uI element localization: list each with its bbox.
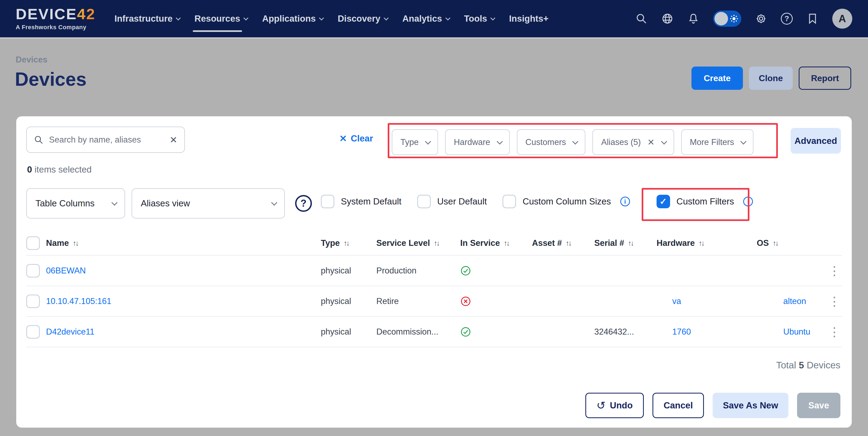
- row-checkbox[interactable]: [26, 295, 40, 308]
- device42-logo[interactable]: DEVICE42 A Freshworks Company: [16, 6, 96, 31]
- nav-item-infrastructure[interactable]: Infrastructure: [115, 13, 180, 24]
- create-button[interactable]: Create: [691, 67, 743, 90]
- theme-toggle[interactable]: [713, 10, 741, 27]
- sort-icon[interactable]: ↑↓: [773, 239, 778, 247]
- search-input[interactable]: [49, 135, 164, 145]
- nav-item-resources[interactable]: Resources: [194, 13, 247, 24]
- save-button[interactable]: Save: [797, 393, 840, 418]
- table-row: 10.10.47.105:161 physical Retire va alte…: [26, 286, 842, 317]
- chevron-down-icon: [112, 200, 118, 206]
- sort-icon[interactable]: ↑↓: [434, 239, 439, 247]
- report-button[interactable]: Report: [799, 67, 851, 90]
- info-icon[interactable]: i: [743, 197, 753, 206]
- active-tab-underline: [193, 30, 242, 32]
- filter-type[interactable]: Type: [392, 129, 438, 155]
- table-header-row: Name↑↓ Type↑↓ Service Level↑↓ In Service…: [26, 231, 842, 256]
- device-name-link[interactable]: 10.10.47.105:161: [46, 296, 111, 306]
- sort-icon[interactable]: ↑↓: [72, 239, 78, 247]
- user-avatar[interactable]: A: [832, 9, 852, 29]
- search-clear-icon[interactable]: ✕: [170, 134, 178, 145]
- nav-item-insights[interactable]: Insights+: [509, 13, 549, 24]
- checkbox-custom-filters[interactable]: ✓ Custom Filters i: [656, 195, 753, 208]
- nav-item-analytics[interactable]: Analytics: [402, 13, 449, 24]
- settings-gear-icon[interactable]: [755, 12, 767, 25]
- view-help-icon[interactable]: ?: [295, 195, 312, 212]
- sort-icon[interactable]: ↑↓: [565, 239, 571, 247]
- filter-customers[interactable]: Customers: [517, 129, 586, 155]
- checkbox-system-default[interactable]: System Default: [321, 195, 402, 208]
- os-link[interactable]: alteon: [783, 296, 806, 306]
- chevron-down-icon: [490, 15, 495, 20]
- save-as-new-button[interactable]: Save As New: [713, 393, 788, 418]
- chevron-down-icon: [243, 15, 248, 20]
- toggle-knob: [714, 12, 728, 26]
- navbar-actions: ? A: [635, 9, 852, 29]
- filter-more-filters[interactable]: More Filters: [681, 129, 754, 155]
- undo-button[interactable]: ↺Undo: [585, 393, 644, 418]
- row-actions-menu-icon[interactable]: ⋮: [828, 326, 841, 338]
- sort-icon[interactable]: ↑↓: [628, 239, 633, 247]
- filter-chips: Type Hardware Customers Aliases (5)✕ Mor…: [392, 129, 753, 155]
- chevron-down-icon: [661, 138, 667, 144]
- checkbox-unchecked[interactable]: [321, 195, 334, 208]
- search-icon: [34, 135, 43, 145]
- remove-filter-icon[interactable]: ✕: [647, 137, 655, 147]
- logo-device-text: DEVICE: [16, 5, 77, 23]
- sort-icon[interactable]: ↑↓: [344, 239, 349, 247]
- checkbox-custom-column-sizes[interactable]: Custom Column Sizes i: [502, 195, 630, 208]
- clear-filters-link[interactable]: ✕ Clear: [339, 133, 373, 144]
- breadcrumb[interactable]: Devices: [16, 55, 48, 65]
- in-service-yes-icon: [460, 327, 471, 337]
- sort-icon[interactable]: ↑↓: [699, 239, 704, 247]
- devices-panel: ✕ ✕ Clear Type Hardware Customers Aliase…: [16, 116, 852, 428]
- filter-hardware[interactable]: Hardware: [445, 129, 509, 155]
- chevron-down-icon: [445, 15, 450, 20]
- device-name-link[interactable]: D42device11: [46, 327, 94, 337]
- nav-item-discovery[interactable]: Discovery: [338, 13, 387, 24]
- nav-item-tools[interactable]: Tools: [464, 13, 494, 24]
- page-title: Devices: [15, 68, 87, 90]
- help-icon[interactable]: ?: [781, 13, 793, 25]
- cancel-button[interactable]: Cancel: [652, 393, 704, 418]
- row-checkbox[interactable]: [26, 325, 40, 339]
- table-columns-dropdown[interactable]: Table Columns: [26, 188, 125, 219]
- globe-icon[interactable]: [661, 12, 674, 25]
- view-select-dropdown[interactable]: Aliases view: [131, 188, 285, 219]
- checkbox-unchecked[interactable]: [502, 195, 516, 208]
- search-box[interactable]: ✕: [26, 127, 185, 153]
- info-icon[interactable]: i: [620, 197, 630, 206]
- hardware-link[interactable]: 1760: [672, 327, 691, 337]
- bookmark-icon[interactable]: [806, 12, 819, 25]
- chevron-down-icon: [425, 138, 431, 144]
- checkbox-unchecked[interactable]: [417, 195, 431, 208]
- selection-count: 0 items selected: [27, 164, 92, 175]
- hardware-link[interactable]: va: [672, 296, 681, 306]
- footer-action-buttons: ↺Undo Cancel Save As New Save: [585, 393, 840, 418]
- os-link[interactable]: Ubuntu: [783, 327, 810, 337]
- table-row: 06BEWAN physical Production ⋮: [26, 256, 842, 286]
- logo-42-text: 42: [77, 5, 96, 23]
- search-icon[interactable]: [635, 12, 648, 25]
- notifications-bell-icon[interactable]: [687, 12, 700, 25]
- row-actions-menu-icon[interactable]: ⋮: [828, 265, 841, 277]
- logo-wordmark: DEVICE42: [16, 6, 96, 22]
- chevron-down-icon: [176, 15, 181, 20]
- sort-icon[interactable]: ↑↓: [503, 239, 509, 247]
- select-all-checkbox[interactable]: [26, 236, 40, 250]
- clone-button[interactable]: Clone: [749, 67, 793, 90]
- checkbox-user-default[interactable]: User Default: [417, 195, 487, 208]
- advanced-button[interactable]: Advanced: [790, 128, 841, 154]
- view-option-checkboxes: System Default User Default Custom Colum…: [321, 195, 753, 208]
- checkbox-checked[interactable]: ✓: [656, 195, 670, 208]
- filter-aliases[interactable]: Aliases (5)✕: [592, 129, 674, 155]
- row-actions-menu-icon[interactable]: ⋮: [828, 295, 841, 307]
- devices-table: Name↑↓ Type↑↓ Service Level↑↓ In Service…: [26, 231, 842, 347]
- nav-item-applications[interactable]: Applications: [262, 13, 322, 24]
- chevron-down-icon: [271, 200, 278, 206]
- main-nav: Infrastructure Resources Applications Di…: [115, 13, 549, 24]
- row-checkbox[interactable]: [26, 264, 40, 277]
- device-name-link[interactable]: 06BEWAN: [46, 266, 86, 276]
- top-navbar: DEVICE42 A Freshworks Company Infrastruc…: [0, 0, 868, 39]
- undo-icon: ↺: [596, 399, 606, 412]
- in-service-no-icon: [460, 296, 471, 307]
